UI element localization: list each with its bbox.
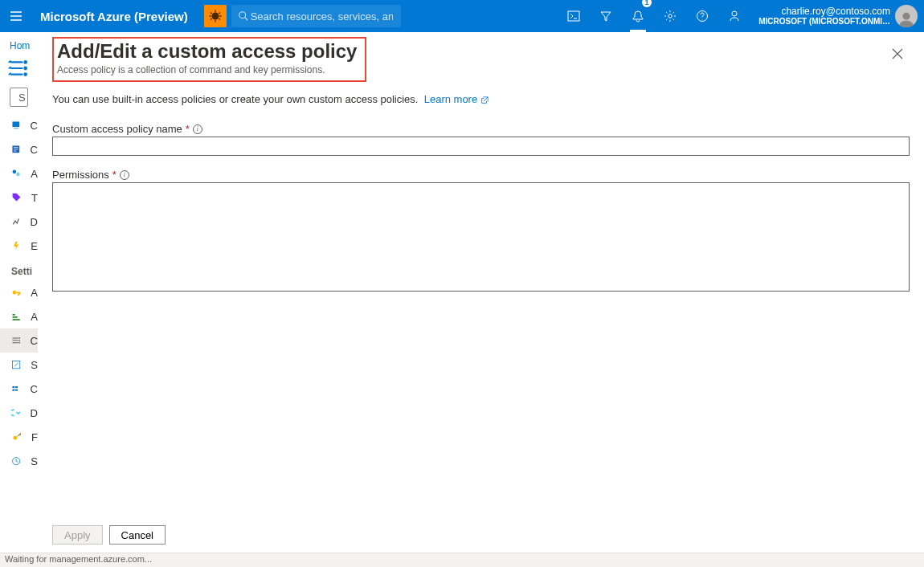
notifications-icon[interactable]: 1 — [622, 0, 654, 32]
svg-rect-26 — [12, 390, 14, 391]
search-input[interactable] — [249, 10, 395, 23]
sidebar-search-text: S — [18, 92, 26, 104]
info-icon[interactable]: i — [193, 124, 202, 134]
cluster-size-icon — [11, 382, 21, 395]
policy-name-label: Custom access policy name * i — [52, 123, 910, 135]
required-star: * — [186, 123, 190, 135]
svg-point-7 — [23, 60, 27, 64]
account-block[interactable]: charlie.roy@contoso.com MICROSOFT (MICRO… — [750, 6, 895, 26]
sidebar-item[interactable]: C — [0, 113, 38, 137]
svg-point-16 — [13, 291, 17, 295]
sidebar-item[interactable]: F — [0, 425, 38, 449]
svg-point-5 — [732, 11, 737, 16]
svg-point-9 — [23, 72, 27, 76]
info-text: You can use built-in access policies or … — [52, 93, 910, 123]
top-bar: Microsoft Azure (Preview) 1 — [0, 0, 924, 32]
svg-point-1 — [239, 12, 245, 18]
schedule-updates-icon — [11, 455, 21, 467]
policy-name-input[interactable] — [52, 137, 910, 156]
svg-rect-18 — [13, 316, 18, 318]
svg-point-0 — [211, 13, 219, 20]
search-icon — [238, 10, 249, 22]
access-control-icon — [11, 167, 21, 180]
sidebar-item-selected[interactable]: C — [0, 328, 38, 353]
feedback-icon[interactable] — [718, 0, 750, 32]
svg-rect-25 — [15, 386, 18, 388]
blade-subtitle: Access policy is a collection of command… — [57, 64, 357, 75]
svg-point-14 — [13, 169, 17, 173]
svg-point-28 — [13, 436, 17, 440]
avatar[interactable] — [895, 5, 918, 27]
authentication-icon — [11, 310, 21, 323]
preview-bug-icon[interactable] — [204, 5, 227, 27]
required-star: * — [112, 169, 117, 181]
apply-button[interactable]: Apply — [52, 525, 103, 545]
directory-filter-icon[interactable] — [590, 0, 622, 32]
svg-point-8 — [23, 67, 27, 71]
brand-title[interactable]: Microsoft Azure (Preview) — [32, 10, 204, 23]
scale-icon — [11, 358, 21, 371]
blade-panel: Add/Edit a custom access policy Access p… — [38, 32, 924, 553]
resource-icon — [8, 58, 38, 81]
svg-rect-12 — [14, 128, 18, 129]
breadcrumb[interactable]: Hom — [0, 32, 38, 55]
cloud-shell-icon[interactable] — [558, 0, 590, 32]
account-org: MICROSOFT (MICROSOFT.ONMI… — [758, 17, 890, 26]
sidebar-item[interactable]: A — [0, 161, 38, 186]
account-email: charlie.roy@contoso.com — [781, 6, 890, 17]
svg-point-3 — [668, 14, 672, 18]
info-icon[interactable]: i — [120, 170, 129, 180]
svg-rect-2 — [568, 11, 579, 21]
status-bar: Waiting for management.azure.com... — [0, 553, 924, 567]
sidebar-section-settings: Setti — [0, 258, 38, 280]
sidebar-item[interactable]: D — [0, 210, 38, 234]
permissions-input[interactable] — [52, 182, 910, 292]
overview-icon — [11, 119, 21, 132]
blade-title: Add/Edit a custom access policy — [57, 40, 357, 63]
svg-rect-17 — [13, 314, 15, 316]
svg-rect-24 — [12, 386, 14, 388]
notification-badge: 1 — [642, 0, 652, 7]
diagnose-icon — [11, 215, 21, 228]
identity-icon — [11, 430, 22, 443]
svg-rect-27 — [15, 390, 18, 391]
hamburger-icon[interactable] — [0, 0, 32, 32]
data-persistence-icon — [11, 406, 21, 419]
activity-log-icon — [11, 143, 21, 156]
data-access-config-icon — [11, 334, 21, 347]
sidebar-item[interactable]: T — [0, 186, 38, 210]
sidebar-item[interactable]: S — [0, 449, 38, 473]
svg-rect-11 — [12, 122, 19, 128]
close-button[interactable] — [885, 42, 910, 66]
sidebar-search[interactable]: S — [10, 88, 28, 107]
sidebar-item[interactable]: A — [0, 304, 38, 328]
svg-point-22 — [18, 342, 20, 344]
sidebar-item[interactable]: C — [0, 377, 38, 401]
svg-rect-19 — [13, 319, 20, 320]
permissions-label: Permissions * i — [52, 169, 910, 181]
key-icon — [11, 286, 21, 299]
cancel-button[interactable]: Cancel — [109, 525, 166, 545]
settings-gear-icon[interactable] — [654, 0, 686, 32]
svg-point-20 — [18, 337, 20, 339]
blade-title-highlight: Add/Edit a custom access policy Access p… — [52, 37, 366, 82]
sidebar-item[interactable]: S — [0, 353, 38, 377]
svg-point-15 — [16, 172, 20, 176]
learn-more-link[interactable]: Learn more — [424, 93, 489, 105]
global-search[interactable] — [231, 5, 401, 27]
left-sidebar: Hom S C C A T D E Setti A A C S C D F S — [0, 32, 38, 553]
sidebar-item[interactable]: D — [0, 401, 38, 425]
events-icon — [11, 239, 21, 252]
svg-point-21 — [18, 340, 20, 341]
help-icon[interactable] — [686, 0, 718, 32]
sidebar-item[interactable]: C — [0, 137, 38, 161]
sidebar-item[interactable]: A — [0, 280, 38, 304]
sidebar-item[interactable]: E — [0, 234, 38, 258]
svg-point-6 — [902, 13, 910, 20]
tags-icon — [11, 191, 22, 204]
